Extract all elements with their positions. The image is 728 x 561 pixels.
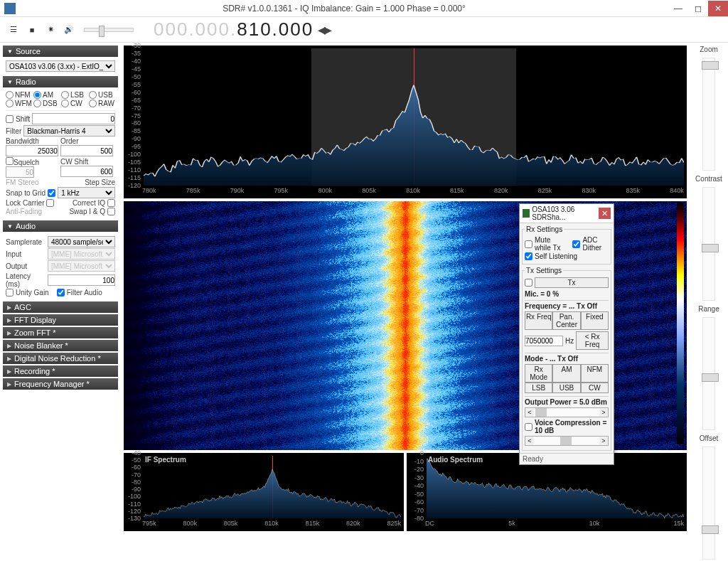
swapiq-checkbox[interactable] xyxy=(107,208,115,215)
section-radio-header[interactable]: ▼Radio xyxy=(3,76,118,87)
zoom-slider[interactable] xyxy=(702,58,715,171)
offset-label: Offset xyxy=(700,434,719,442)
latency-label: Latency (ms) xyxy=(6,272,46,288)
stop-icon[interactable]: ■ xyxy=(26,23,38,36)
txmode-nfm-button[interactable]: NFM xyxy=(581,364,609,383)
txmode-usb-button[interactable]: USB xyxy=(552,383,580,393)
cwshift-input[interactable] xyxy=(60,166,113,177)
samplerate-select[interactable]: 48000 sample/sec xyxy=(48,236,115,247)
output-power-scroll[interactable]: <> xyxy=(525,407,609,417)
range-label: Range xyxy=(698,305,719,313)
source-device-select[interactable]: OSA103 v3.06 (3.xx) - ExtIO_Osa.dll xyxy=(6,60,115,72)
mode-radio-am[interactable]: AM xyxy=(33,91,60,99)
mode-radio-usb[interactable]: USB xyxy=(89,91,115,99)
gear-icon[interactable]: ✷ xyxy=(44,23,57,36)
waterfall-gradient-legend xyxy=(677,203,684,444)
fixed-button[interactable]: Fixed xyxy=(581,311,609,330)
correctiq-checkbox[interactable] xyxy=(107,199,115,207)
rf-spectrum-plot[interactable]: -30-35-40-45-50-55-60-65-70-75-80-85-90-… xyxy=(124,46,687,198)
section-fft-display-header[interactable]: ▶ FFT Display xyxy=(3,314,118,326)
popup-close-button[interactable]: ✕ xyxy=(599,208,611,219)
bandwidth-input[interactable] xyxy=(6,145,58,156)
filter-label: Filter xyxy=(6,127,21,135)
mute-while-tx-checkbox[interactable] xyxy=(525,240,532,248)
offset-slider[interactable] xyxy=(702,447,715,560)
maximize-button[interactable]: ◻ xyxy=(688,1,708,16)
tx-button[interactable]: Tx xyxy=(535,277,609,288)
section-recording--header[interactable]: ▶ Recording * xyxy=(3,365,118,377)
section-audio-header[interactable]: ▼Audio xyxy=(3,220,118,232)
swapiq-label: Swap I & Q xyxy=(69,208,105,215)
txmode-lsb-button[interactable]: LSB xyxy=(525,383,552,393)
window-title: SDR# v1.0.0.1361 - IQ Imbalance: Gain = … xyxy=(20,4,668,14)
section-digital-noise-reduction--header[interactable]: ▶ Digital Noise Reduction * xyxy=(3,353,118,364)
stepsize-select[interactable]: 1 kHz xyxy=(58,187,115,198)
shift-checkbox[interactable] xyxy=(6,115,14,123)
mode-radio-lsb[interactable]: LSB xyxy=(61,91,87,99)
close-button[interactable]: ✕ xyxy=(708,1,728,16)
filteraudio-checkbox[interactable] xyxy=(57,289,65,296)
mode-radio-dsb[interactable]: DSB xyxy=(33,100,60,107)
unitygain-label: Unity Gain xyxy=(16,289,49,296)
tx-freq-input[interactable] xyxy=(525,336,563,346)
snap-checkbox[interactable] xyxy=(48,189,55,197)
contrast-slider[interactable] xyxy=(702,187,715,300)
section-frequency-manager--header[interactable]: ▶ Frequency Manager * xyxy=(3,378,118,390)
mode-radio-raw[interactable]: RAW xyxy=(89,100,115,107)
menu-icon[interactable]: ☰ xyxy=(7,23,20,36)
section-agc-header[interactable]: ▶ AGC xyxy=(3,301,118,313)
minimize-button[interactable]: — xyxy=(668,1,688,16)
adc-dither-checkbox[interactable] xyxy=(572,240,580,248)
volume-slider[interactable] xyxy=(84,28,134,32)
rxmode-button[interactable]: Rx Mode xyxy=(525,364,552,383)
section-zoom-fft--header[interactable]: ▶ Zoom FFT * xyxy=(3,327,118,338)
txmode-am-button[interactable]: AM xyxy=(552,364,580,383)
audio-output-label: Output xyxy=(6,262,46,270)
lockcarrier-checkbox[interactable] xyxy=(46,199,54,207)
speaker-icon[interactable]: 🔊 xyxy=(63,23,75,36)
mic-level: Mic. = 0 % xyxy=(525,290,609,298)
section-source-header[interactable]: ▼Source xyxy=(3,46,118,57)
rxfreq-button[interactable]: Rx Freq xyxy=(525,311,552,330)
self-listening-checkbox[interactable] xyxy=(525,252,532,260)
left-panel: ▼Source OSA103 v3.06 (3.xx) - ExtIO_Osa.… xyxy=(0,43,121,561)
set-rxfreq-button[interactable]: < Rx Freq xyxy=(576,331,609,350)
mode-radio-nfm[interactable]: NFM xyxy=(6,91,32,99)
voice-compression-label: Voice Compression = 10 dB xyxy=(535,419,609,434)
section-source-title: Source xyxy=(16,47,41,55)
filter-select[interactable]: Blackman-Harris 4 xyxy=(23,125,115,137)
mode-radio-group: NFMAMLSBUSBWFMDSBCWRAW xyxy=(6,91,115,107)
section-radio-title: Radio xyxy=(16,78,36,86)
mode-radio-wfm[interactable]: WFM xyxy=(6,100,32,107)
freq-inactive: 000.000. xyxy=(154,18,237,41)
txmode-cw-button[interactable]: CW xyxy=(581,383,609,393)
voice-compression-checkbox[interactable] xyxy=(525,423,532,431)
section-noise-blanker--header[interactable]: ▶ Noise Blanker * xyxy=(3,340,118,351)
frequency-display[interactable]: 000.000.810.000 ◀▶ xyxy=(154,18,331,41)
contrast-label: Contrast xyxy=(695,175,722,183)
freq-step-arrows[interactable]: ◀▶ xyxy=(318,24,331,36)
snap-label: Snap to Grid xyxy=(6,189,46,197)
chevron-down-icon: ▼ xyxy=(7,79,13,85)
toolbar: ☰ ■ ✷ 🔊 000.000.810.000 ◀▶ xyxy=(0,17,728,43)
if-spectrum-plot[interactable]: IF Spectrum -40-50-60-70-80-90-100-110-1… xyxy=(124,453,404,531)
fmstereo-label: FM Stereo xyxy=(6,178,39,186)
audio-input-label: Input xyxy=(6,250,46,258)
tx-settings-legend: Tx Settings xyxy=(525,267,563,274)
pancenter-button[interactable]: Pan. Center xyxy=(552,311,580,330)
titlebar: SDR# v1.0.0.1361 - IQ Imbalance: Gain = … xyxy=(0,0,728,17)
popup-icon xyxy=(523,209,530,218)
mode-radio-cw[interactable]: CW xyxy=(61,100,87,107)
correctiq-label: Correct IQ xyxy=(73,199,105,207)
squelch-checkbox[interactable] xyxy=(6,157,14,165)
range-slider[interactable] xyxy=(702,317,715,430)
unitygain-checkbox[interactable] xyxy=(6,289,14,296)
order-input[interactable] xyxy=(60,145,113,156)
squelch-label: Squelch xyxy=(14,159,39,166)
shift-label: Shift xyxy=(16,115,30,123)
shift-value[interactable] xyxy=(32,113,115,124)
latency-input[interactable] xyxy=(48,274,115,286)
tx-enable-checkbox[interactable] xyxy=(525,279,532,287)
freq-active: 810.000 xyxy=(237,18,314,41)
voice-compression-scroll[interactable]: <> xyxy=(525,436,609,446)
